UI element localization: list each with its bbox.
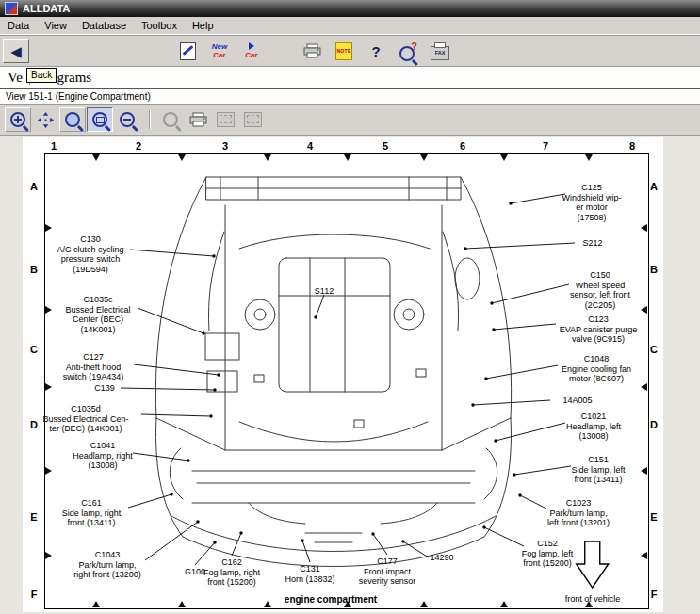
grid-col-label: 5 [383, 140, 388, 152]
grid-row-label-right: C [650, 344, 658, 355]
callout-s112: S112 [315, 286, 334, 297]
main-toolbar: ◀ New Car Car NOTE ? ? FAX [0, 35, 700, 67]
grid-col-label: 6 [460, 140, 465, 152]
tab-row: Ve Diagrams [0, 67, 700, 89]
question-mark-icon: ? [371, 44, 380, 58]
menu-help[interactable]: Help [185, 20, 221, 31]
pan-button[interactable] [32, 107, 58, 132]
callout-c1041: C1041Headlamp, right(13008) [73, 441, 133, 471]
back-arrow-icon: ◀ [10, 44, 22, 58]
grid-row-label-right: A [650, 181, 658, 192]
grid-row-label-right: B [650, 264, 658, 275]
grid-row-label-left: D [30, 419, 38, 430]
car-arrow-icon: Car [245, 42, 257, 59]
view-info-bar: View 151-1 (Engine Compartment) [0, 89, 700, 105]
print-diagram-button[interactable] [185, 107, 211, 132]
diagram-page[interactable]: front of vehicle 12345678AABBCCDDEEFFC12… [23, 137, 663, 612]
window-title: ALLDATA [23, 3, 70, 14]
zoom-in-button[interactable] [5, 107, 31, 132]
pan-arrows-icon [38, 112, 54, 128]
grid-tick-triangle [45, 383, 52, 391]
menu-toolbox[interactable]: Toolbox [134, 20, 185, 31]
callout-g100: G100 [185, 567, 205, 577]
view-title: View 151-1 (Engine Compartment) [6, 91, 151, 102]
callout-14a005: 14A005 [562, 396, 592, 406]
back-button[interactable]: ◀ [3, 39, 29, 63]
grid-tick-triangle [585, 154, 593, 161]
callout-c125: C125Windshield wip-er motor(17508) [562, 183, 621, 222]
title-bar[interactable]: ALLDATA [0, 0, 700, 17]
zoom-out-icon [120, 112, 135, 127]
grid-tick-triangle [92, 601, 100, 607]
menu-data[interactable]: Data [0, 20, 37, 31]
fit-page-icon [217, 112, 235, 127]
zoom-window-icon [92, 112, 107, 127]
grid-col-label: 2 [136, 140, 141, 152]
grid-col-label: 1 [51, 140, 57, 152]
grid-tick-triangle [500, 601, 508, 607]
car-history-button[interactable]: Car [238, 39, 265, 63]
pen-document-icon [180, 42, 196, 60]
fit-selection-icon [244, 112, 262, 127]
write-report-button[interactable] [174, 39, 201, 63]
callout-14290: 14290 [430, 553, 453, 563]
zoom-dynamic-button[interactable] [59, 107, 86, 132]
callout-c131: C131Horn (13832) [285, 564, 334, 584]
tab-vehicle[interactable]: Ve [8, 70, 23, 86]
grid-row-label-left: B [30, 264, 38, 275]
callout-c123: C123EVAP canister purgevalve (9C915) [560, 315, 638, 345]
grid-row-label-left: E [30, 511, 37, 523]
menu-database[interactable]: Database [74, 20, 134, 31]
grid-col-label: 3 [222, 140, 228, 152]
callout-c1043: C1043Park/turn lamp,right front (13200) [73, 550, 141, 580]
grid-tick-triangle [45, 467, 52, 475]
callout-caption: engine compartment [285, 595, 377, 606]
grid-row-label-left: C [30, 344, 38, 355]
menu-view[interactable]: View [37, 20, 74, 31]
fit-selection-button[interactable] [239, 107, 266, 132]
zoom-out-button[interactable] [114, 107, 140, 132]
app-icon [5, 2, 18, 15]
callout-c127: C127Anti-theft hoodswitch (19A434) [63, 352, 124, 382]
printer-icon [189, 112, 207, 127]
grid-tick-triangle [641, 552, 647, 559]
menu-bar: Data View Database Toolbox Help [0, 17, 700, 35]
print-button[interactable] [299, 39, 325, 63]
grid-tick-triangle [641, 224, 647, 232]
callout-c1035d: C1035dBussed Electrical Cen-ter (BEC) (1… [42, 404, 128, 434]
search-help-button[interactable]: ? [395, 39, 421, 63]
help-button[interactable]: ? [363, 39, 389, 63]
callout-c1023: C1023Park/turn lamp,left front (13201) [547, 498, 610, 528]
zoom-window-button[interactable] [87, 107, 113, 132]
zoom-previous-button[interactable] [157, 107, 184, 132]
new-car-button[interactable]: New Car [206, 39, 233, 63]
grid-tick-triangle [420, 154, 428, 161]
grid-tick-triangle [641, 383, 647, 391]
new-car-icon: New Car [212, 42, 227, 59]
grid-tick-triangle [344, 154, 351, 161]
fit-page-button[interactable] [212, 107, 238, 132]
callout-c151: C151Side lamp, leftfront (13411) [571, 455, 625, 485]
callout-c150: C150Wheel speedsensor, left front(2C205) [570, 270, 630, 310]
grid-tick-triangle [264, 601, 271, 607]
grid-tick-triangle [45, 224, 52, 232]
magnifier-question-icon: ? [399, 42, 417, 59]
callout-s212: S212 [582, 238, 602, 249]
grid-tick-triangle [585, 601, 593, 607]
grid-col-label: 4 [307, 140, 313, 152]
grid-tick-triangle [45, 552, 52, 559]
callout-c139: C139 [94, 383, 115, 394]
callout-c162: C162Fog lamp, rightfront (15200) [203, 557, 260, 588]
diagram-viewport: front of vehicle 12345678AABBCCDDEEFFC12… [0, 136, 700, 614]
zoom-in-icon [10, 112, 25, 127]
grid-tick-triangle [500, 154, 508, 161]
grid-tick-triangle [264, 154, 271, 161]
callout-c1035c: C1035cBussed ElectricalCenter (BEC)(14K0… [65, 295, 130, 334]
zoom-dynamic-icon [65, 112, 80, 127]
fax-button[interactable]: FAX [427, 39, 453, 63]
grid-tick-triangle [45, 306, 52, 314]
note-button[interactable]: NOTE [331, 39, 357, 63]
callout-c1048: C1048Engine cooling fanmotor (8C607) [562, 354, 631, 384]
printer-icon [303, 43, 321, 58]
front-of-vehicle-label: front of vehicle [565, 594, 621, 604]
